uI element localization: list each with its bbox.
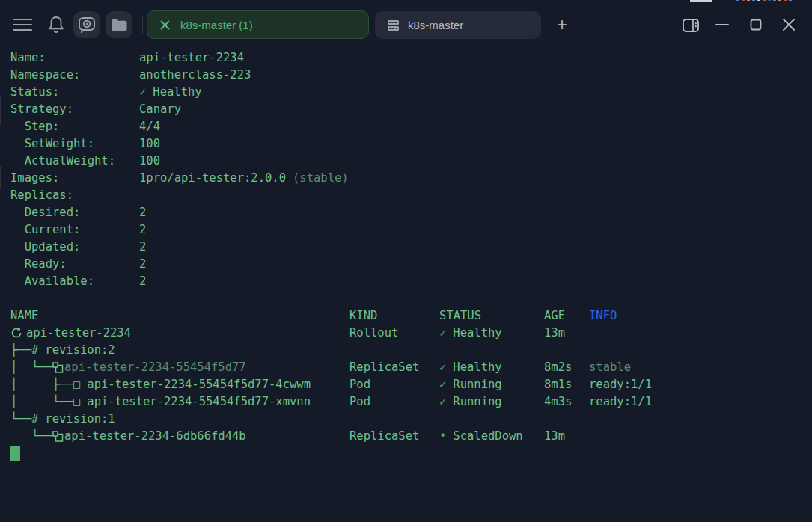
terminal-content[interactable]: Name:api-tester-2234 Namespace:anothercl… — [10, 49, 812, 522]
notifications-button[interactable] — [46, 14, 67, 35]
terminal-cursor — [10, 446, 20, 461]
table-row: └──api-tester-2234-6db66fd44b ReplicaSet… — [10, 428, 812, 445]
resource-name: api-tester-2234-6db66fd44b — [64, 428, 246, 445]
table-row: │ └──□api-tester-2234-55454f5d77-xmvnn P… — [10, 393, 812, 411]
detail-line: Status:✓Healthy — [10, 84, 812, 101]
detail-line: Ready:2 — [10, 256, 812, 273]
detail-value: 2 — [139, 239, 146, 256]
table-header: NAME KIND STATUS AGE INFO — [10, 307, 812, 325]
blank-line — [10, 290, 812, 307]
maximize-icon — [750, 19, 762, 31]
toolbar-divider — [142, 16, 143, 34]
table-row: │ └──api-tester-2234-55454f5d77 ReplicaS… — [10, 359, 812, 376]
replicaset-icon — [52, 362, 64, 373]
detail-value: 4/4 — [139, 118, 160, 135]
detail-value: 2 — [139, 221, 146, 239]
resource-name: revision:2 — [45, 342, 115, 359]
camera-icon — [78, 16, 96, 34]
detail-line: ActualWeight:100 — [10, 153, 812, 170]
detail-line: Strategy:Canary — [10, 101, 812, 118]
server-icon — [387, 19, 400, 31]
detail-label: SetWeight: — [10, 135, 139, 153]
check-icon: ✓ — [439, 325, 446, 342]
detail-label: Status: — [10, 84, 139, 101]
stable-tag: stable — [589, 359, 631, 376]
detail-value: 2 — [139, 204, 146, 221]
revision-icon: # — [31, 411, 38, 428]
detail-value: 1pro/api-tester:2.0.0 — [139, 170, 286, 187]
detail-value: 100 — [139, 153, 160, 170]
check-icon: ✓ — [439, 359, 446, 376]
camera-button[interactable] — [73, 11, 100, 38]
check-icon: ✓ — [139, 84, 146, 101]
close-window-button[interactable] — [782, 18, 796, 31]
detail-label: Strategy: — [10, 101, 139, 118]
detail-line: Updated:2 — [10, 239, 812, 256]
detail-value: Canary — [139, 101, 181, 118]
detail-line: Name:api-tester-2234 — [10, 49, 812, 67]
terminal-window: k8s-master (1) k8s-master + — [0, 0, 812, 522]
split-view-button[interactable] — [682, 18, 700, 33]
detail-label: Replicas: — [10, 187, 139, 204]
detail-label: Current: — [10, 221, 139, 239]
new-tab-button[interactable]: + — [553, 16, 571, 34]
replicaset-icon — [52, 431, 64, 442]
detail-value: 2 — [139, 256, 146, 273]
check-icon: ✓ — [439, 393, 446, 411]
table-row: │ ├──□api-tester-2234-55454f5d77-4cwwm P… — [10, 376, 812, 393]
tab-k8s-master-active[interactable]: k8s-master (1) — [147, 10, 369, 39]
pod-icon: □ — [73, 393, 80, 411]
header-kind: KIND — [349, 307, 439, 325]
detail-label: Ready: — [10, 256, 139, 273]
table-row: api-tester-2234 Rollout ✓Healthy 13m — [10, 325, 812, 342]
revision-icon: # — [31, 342, 38, 359]
screen-edge-artifact — [690, 0, 792, 2]
files-button[interactable] — [106, 11, 132, 38]
detail-value: api-tester-2234 — [139, 49, 244, 67]
table-row: └──#revision:1 — [10, 411, 812, 428]
header-info: INFO — [589, 307, 617, 325]
bullet-icon: • — [439, 428, 446, 445]
detail-label: Available: — [10, 273, 139, 290]
minimize-icon — [715, 23, 729, 26]
stable-tag: (stable) — [293, 170, 349, 187]
detail-label: Images: — [10, 170, 139, 187]
header-name: NAME — [10, 307, 349, 325]
resource-name: revision:1 — [45, 411, 115, 428]
tab-label: k8s-master (1) — [180, 19, 253, 31]
detail-line: Step:4/4 — [10, 118, 812, 135]
detail-line: Desired:2 — [10, 204, 812, 221]
close-tab-icon[interactable] — [159, 19, 171, 31]
detail-line: Available:2 — [10, 273, 812, 290]
menu-button[interactable] — [12, 17, 33, 32]
detail-line: Images:1pro/api-tester:2.0.0(stable) — [10, 170, 812, 187]
detail-value: Healthy — [153, 84, 201, 101]
detail-line: Namespace:anotherclass-223 — [10, 67, 812, 84]
check-icon: ✓ — [439, 376, 446, 393]
maximize-button[interactable] — [750, 19, 762, 31]
minimize-button[interactable] — [715, 23, 729, 26]
close-icon — [782, 18, 796, 31]
folder-icon — [112, 19, 127, 31]
detail-label: ActualWeight: — [10, 153, 139, 170]
detail-label: Updated: — [10, 239, 139, 256]
resource-name: api-tester-2234-55454f5d77-4cwwm — [87, 376, 311, 393]
resource-name: api-tester-2234 — [26, 325, 131, 342]
resource-name: api-tester-2234-55454f5d77-xmvnn — [87, 393, 311, 411]
table-row: ├──#revision:2 — [10, 342, 812, 359]
scrollbar-mark — [0, 166, 1, 188]
rollout-icon — [10, 327, 22, 339]
detail-label: Desired: — [10, 204, 139, 221]
detail-value: 100 — [139, 135, 160, 153]
cursor-line — [10, 445, 812, 462]
detail-label: Namespace: — [10, 67, 139, 84]
tab-k8s-master-inactive[interactable]: k8s-master — [375, 11, 541, 39]
split-view-icon — [683, 19, 699, 32]
tab-label: k8s-master — [408, 19, 463, 31]
header-status: STATUS — [439, 307, 544, 325]
resource-name: api-tester-2234-55454f5d77 — [64, 359, 246, 376]
bell-icon — [47, 15, 65, 35]
detail-line: Current:2 — [10, 221, 812, 239]
window-titlebar: k8s-master (1) k8s-master + — [0, 0, 812, 49]
hamburger-icon — [13, 17, 32, 32]
